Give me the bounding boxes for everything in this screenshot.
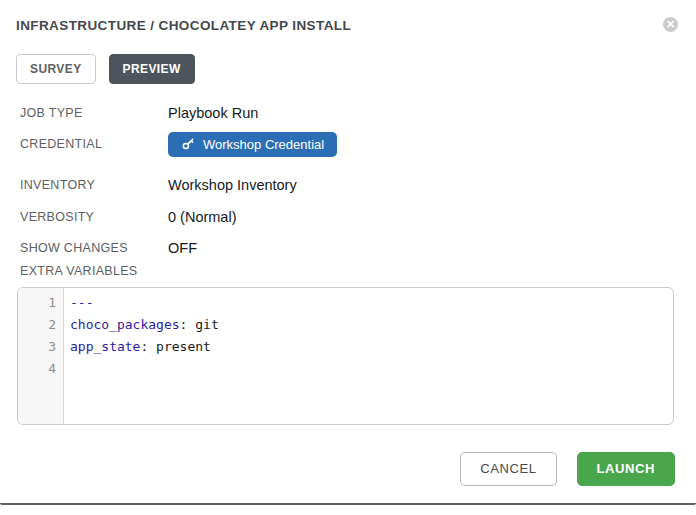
verbosity-value: 0 (Normal) (168, 209, 236, 225)
extra-variables-editor[interactable]: 1 2 3 4 --- choco_packages: git app_stat… (17, 287, 674, 425)
yaml-token: app_state (70, 339, 140, 354)
inventory-value: Workshop Inventory (168, 177, 297, 193)
extra-variables-label: EXTRA VARIABLES (20, 264, 138, 278)
tab-survey[interactable]: SURVEY (16, 54, 96, 84)
job-type-value: Playbook Run (168, 105, 258, 121)
field-row-inventory: INVENTORY Workshop Inventory (20, 175, 680, 195)
cancel-button[interactable]: CANCEL (460, 452, 556, 486)
yaml-token: choco_packages (70, 317, 180, 332)
field-row-job-type: JOB TYPE Playbook Run (20, 103, 680, 123)
inventory-label: INVENTORY (20, 178, 168, 192)
tab-preview[interactable]: PREVIEW (109, 54, 195, 84)
launch-button[interactable]: LAUNCH (577, 452, 675, 486)
yaml-text: : git (180, 317, 219, 332)
line-number: 2 (18, 314, 56, 336)
line-number: 3 (18, 336, 56, 358)
yaml-text: : present (140, 339, 210, 354)
close-button[interactable]: ✕ (663, 17, 678, 32)
editor-line-number-gutter: 1 2 3 4 (18, 288, 64, 424)
modal-header: INFRASTRUCTURE / CHOCOLATEY APP INSTALL … (16, 14, 680, 33)
code-line: app_state: present (70, 336, 673, 358)
credential-badge-label: Workshop Credential (203, 137, 324, 152)
modal-title: INFRASTRUCTURE / CHOCOLATEY APP INSTALL (16, 14, 351, 33)
field-row-credential: CREDENTIAL Workshop Credential (20, 131, 680, 157)
job-launch-preview-modal: INFRASTRUCTURE / CHOCOLATEY APP INSTALL … (0, 0, 696, 515)
job-type-label: JOB TYPE (20, 106, 168, 120)
show-changes-label: SHOW CHANGES (20, 241, 168, 255)
close-icon: ✕ (666, 19, 675, 30)
editor-code-area[interactable]: --- choco_packages: git app_state: prese… (64, 288, 673, 424)
line-number: 4 (18, 358, 56, 380)
credential-badge[interactable]: Workshop Credential (168, 132, 337, 157)
yaml-token: --- (70, 295, 93, 310)
line-number: 1 (18, 292, 56, 314)
code-line: --- (70, 292, 673, 314)
code-line: choco_packages: git (70, 314, 673, 336)
modal-bottom-edge (0, 503, 696, 505)
tab-bar: SURVEY PREVIEW (16, 54, 195, 84)
show-changes-value: OFF (168, 240, 197, 256)
modal-footer: CANCEL LAUNCH (460, 452, 675, 486)
verbosity-label: VERBOSITY (20, 210, 168, 224)
field-row-show-changes: SHOW CHANGES OFF (20, 238, 680, 258)
credential-label: CREDENTIAL (20, 137, 168, 151)
key-icon (181, 137, 195, 151)
field-row-verbosity: VERBOSITY 0 (Normal) (20, 207, 680, 227)
